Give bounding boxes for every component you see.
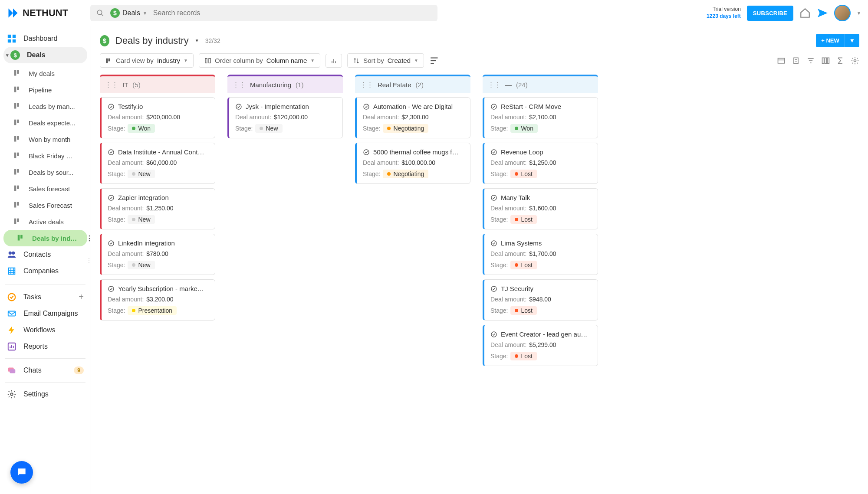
kanban-column: ⋮⋮—(24)ReStart - CRM MoveDeal amount: $2… [483, 75, 598, 366]
deal-card[interactable]: Zapier integrationDeal amount: $1,250.00… [100, 188, 215, 229]
sidebar-deals[interactable]: ▾ $ Deals [3, 47, 87, 63]
send-icon[interactable] [817, 7, 828, 19]
new-button[interactable]: + NEW [816, 34, 845, 47]
sidebar-view-item[interactable]: Active deals [0, 213, 91, 230]
stage-dot-icon [132, 218, 135, 221]
home-icon[interactable] [799, 7, 811, 19]
user-avatar[interactable] [834, 5, 851, 21]
stage-pill: Won [128, 124, 155, 133]
card-title: Many Talk [501, 194, 530, 201]
deal-card[interactable]: TJ SecurityDeal amount: $948.00Stage: Lo… [483, 279, 598, 321]
svg-rect-54 [778, 58, 785, 63]
deal-card[interactable]: ReStart - CRM MoveDeal amount: $2,100.00… [483, 97, 598, 138]
sidebar-email[interactable]: Email Campaigns [0, 305, 91, 322]
deal-card[interactable]: Yearly Subscription - marketing t...Deal… [100, 279, 215, 321]
check-circle-icon [490, 285, 497, 292]
stage-dot-icon [387, 172, 391, 176]
sidebar-chats[interactable]: Chats 9 [0, 362, 91, 379]
sidebar-dashboard[interactable]: Dashboard [0, 30, 91, 47]
column-header[interactable]: ⋮⋮—(24) [483, 75, 598, 93]
search-bar[interactable]: $ Deals ▼ [90, 5, 437, 21]
sidebar-view-item[interactable]: Pipeline [0, 82, 91, 98]
chats-badge: 9 [74, 366, 84, 374]
settings-icon[interactable] [851, 56, 859, 65]
order-column-selector[interactable]: Order column by Column name ▼ [199, 53, 320, 68]
sidebar-view-item[interactable]: Sales Forecast [0, 197, 91, 213]
sidebar-settings[interactable]: Settings [0, 386, 91, 402]
search-scope[interactable]: $ Deals ▼ [110, 8, 147, 18]
stage-pill: New [128, 215, 155, 224]
grip-icon[interactable]: ⋮⋮ [360, 81, 373, 88]
stage-pill: Negotiating [383, 124, 428, 133]
filter-icon[interactable] [806, 56, 815, 65]
sidebar-workflows[interactable]: Workflows [0, 322, 91, 338]
deal-card[interactable]: Data Institute - Annual ContractDeal amo… [100, 143, 215, 184]
deal-card[interactable]: Revenue LoopDeal amount: $1,250.00Stage:… [483, 143, 598, 184]
card-view-selector[interactable]: Card view by Industry ▼ [100, 53, 194, 68]
sort-selector[interactable]: Sort by Created ▼ [347, 53, 424, 68]
column-header[interactable]: ⋮⋮IT(5) [100, 75, 215, 93]
deal-card[interactable]: 5000 thermal coffee mugs for N...Deal am… [355, 143, 470, 184]
subscribe-button[interactable]: SUBSCRIBE [747, 6, 793, 21]
sidebar-view-item[interactable]: Deals by sour... [0, 164, 91, 180]
sidebar-tasks[interactable]: Tasks + [0, 288, 91, 305]
sidebar-view-item[interactable]: Leads by man... [0, 98, 91, 115]
deal-card[interactable]: Lima SystemsDeal amount: $1,700.00Stage:… [483, 234, 598, 275]
svg-rect-14 [14, 136, 16, 142]
deal-card[interactable]: LinkedIn integrationDeal amount: $780.00… [100, 234, 215, 275]
stats-button[interactable] [326, 54, 342, 68]
column-header[interactable]: ⋮⋮Real Estate(2) [355, 75, 470, 93]
check-circle-icon [363, 149, 370, 156]
sidebar-resize-handle[interactable]: ⋮ [86, 257, 91, 264]
svg-rect-13 [17, 120, 19, 123]
sigma-icon[interactable] [836, 56, 845, 65]
stage-label: Stage: [108, 307, 125, 314]
sidebar-view-item[interactable]: My deals [0, 65, 91, 82]
kanban-column: ⋮⋮Real Estate(2)Automation - We are Digi… [355, 75, 470, 184]
sidebar-view-item[interactable]: Sales forecast [0, 180, 91, 197]
sidebar-view-item[interactable]: Won by month [0, 131, 91, 147]
add-task-icon[interactable]: + [79, 292, 84, 302]
card-layout-icon[interactable] [777, 56, 786, 65]
sidebar-contacts[interactable]: Contacts [0, 246, 91, 263]
deal-card[interactable]: Event Creator - lead gen automa...Deal a… [483, 325, 598, 366]
deal-card[interactable]: Jysk - ImplementationDeal amount: $120,0… [227, 97, 343, 138]
svg-point-68 [108, 195, 114, 200]
amount-label: Deal amount: [108, 114, 144, 121]
deal-card[interactable]: Automation - We are DigitalDeal amount: … [355, 97, 470, 138]
grip-icon[interactable]: ⋮⋮ [105, 81, 118, 88]
columns-config-icon[interactable] [821, 56, 830, 65]
deal-card[interactable]: Testify.ioDeal amount: $200,000.00Stage:… [100, 97, 215, 138]
deal-card[interactable]: Many TalkDeal amount: $1,600.00Stage: Lo… [483, 188, 598, 229]
sort-lines-icon[interactable] [429, 55, 441, 66]
grip-icon[interactable]: ⋮⋮ [233, 81, 246, 88]
sidebar-deals-label: Deals [27, 51, 46, 59]
column-name: Manufacturing [250, 81, 291, 88]
stage-dot-icon [387, 127, 391, 130]
check-circle-icon [490, 240, 497, 247]
sidebar-view-item[interactable]: Deals by indu...⋮ [3, 230, 87, 246]
chat-fab[interactable] [10, 461, 33, 484]
search-input[interactable] [153, 9, 431, 17]
svg-rect-3 [13, 35, 16, 38]
new-button-dropdown[interactable]: ▼ [845, 34, 859, 47]
sidebar-reports[interactable]: Reports [0, 338, 91, 355]
brand-logo[interactable]: NETHUNT [7, 7, 85, 19]
stage-pill: New [128, 170, 155, 178]
view-dropdown-icon[interactable]: ▼ [195, 38, 199, 43]
sidebar-view-item[interactable]: Deals expecte... [0, 115, 91, 131]
svg-rect-22 [14, 202, 16, 208]
grip-icon[interactable]: ⋮⋮ [488, 81, 501, 88]
sidebar-companies[interactable]: Companies [0, 263, 91, 279]
user-menu-chevron-icon[interactable]: ▼ [857, 11, 861, 16]
amount-value: $948.00 [529, 296, 551, 303]
svg-point-67 [108, 150, 114, 155]
column-header[interactable]: ⋮⋮Manufacturing(1) [227, 75, 343, 93]
clipboard-icon[interactable] [792, 56, 800, 65]
sidebar-view-item[interactable]: Black Friday O... [0, 147, 91, 164]
svg-rect-27 [20, 235, 23, 239]
stage-pill: Lost [510, 261, 536, 269]
kanban-icon [13, 167, 23, 177]
sidebar-dashboard-label: Dashboard [23, 35, 57, 43]
view-menu-icon[interactable]: ⋮ [86, 234, 93, 242]
